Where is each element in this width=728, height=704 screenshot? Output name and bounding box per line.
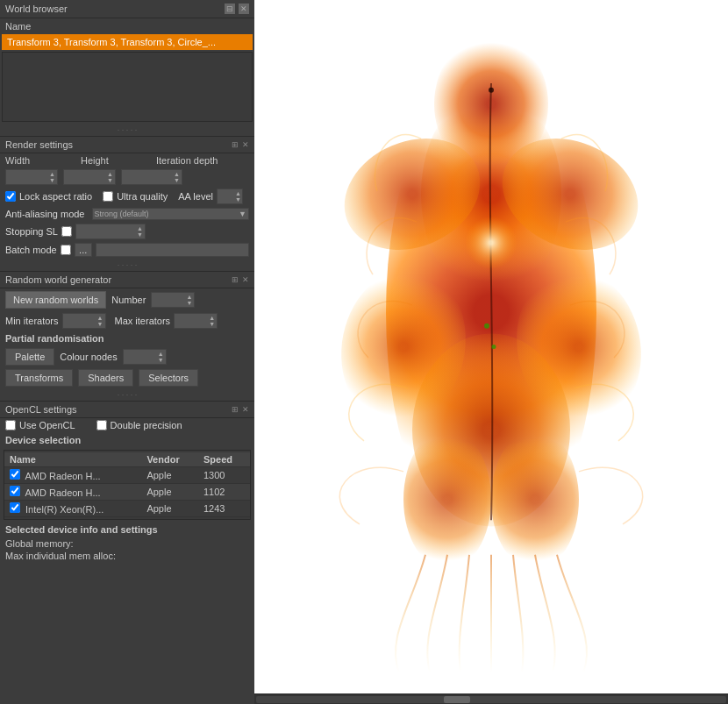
iteration-depth-field[interactable]: 10000 — [124, 172, 163, 182]
selectors-button[interactable]: Selectors — [139, 369, 198, 387]
min-iterators-input[interactable]: 2 ▲▼ — [62, 313, 106, 329]
selected-world-item[interactable]: Transform 3, Transform 3, Transform 3, C… — [2, 34, 253, 50]
rwg-titlebar: Random world generator ⊞ ✕ — [0, 272, 254, 288]
device-speed-cell: 1300 — [198, 467, 250, 484]
anti-aliasing-value: Strong (default) — [95, 210, 149, 218]
palette-colour-row: Palette Colour nodes 16 ▲▼ — [0, 346, 254, 367]
double-precision-checkbox[interactable] — [96, 420, 107, 430]
min-iterators-label: Min iterators — [5, 316, 59, 326]
batch-path-field[interactable]: . — [96, 243, 249, 257]
max-spinner[interactable]: ▲▼ — [209, 315, 215, 327]
partial-randomisation-label: Partial randomisation — [0, 331, 254, 346]
opencl-collapse-icon[interactable]: ✕ — [242, 405, 249, 414]
min-spinner[interactable]: ▲▼ — [97, 315, 103, 327]
whi-labels-row: Width Height Iteration depth — [0, 153, 254, 167]
batch-mode-row: Batch mode ... . — [0, 241, 254, 259]
batch-mode-label: Batch mode — [5, 245, 57, 255]
iteration-depth-input[interactable]: 10000 ▲▼ — [121, 169, 182, 185]
rwg-expand-icon[interactable]: ⊞ — [232, 275, 239, 284]
opencl-expand-icon[interactable]: ⊞ — [232, 405, 239, 414]
shaders-button[interactable]: Shaders — [78, 369, 133, 387]
device-vendor-cell: Apple — [141, 501, 198, 517]
max-individual-mem-label: Max individual mem alloc: — [0, 550, 254, 562]
width-input[interactable]: 1024 ▲▼ — [5, 169, 58, 185]
aa-level-label: AA level — [178, 191, 213, 202]
render-collapse-icon[interactable]: ✕ — [242, 140, 249, 149]
drag-handle-3: · · · · · — [0, 388, 254, 401]
height-input[interactable]: 1024 ▲▼ — [63, 169, 116, 185]
table-header-speed: Speed — [198, 452, 250, 467]
device-name-cell: AMD Radeon H... — [4, 467, 141, 484]
title-bar-icons: ⊟ ✕ — [225, 4, 249, 14]
lock-aspect-label: Lock aspect ratio — [19, 191, 92, 202]
device-name-cell: AMD Radeon H... — [4, 484, 141, 501]
render-settings-section: Render settings ⊞ ✕ Width Height Iterati… — [0, 136, 254, 259]
colour-nodes-input[interactable]: 16 ▲▼ — [123, 349, 167, 365]
device-table-area: Name Vendor Speed AMD Radeon H... Apple … — [4, 450, 251, 520]
colour-nodes-field[interactable]: 16 — [125, 352, 156, 362]
device-checkbox-2[interactable] — [10, 502, 20, 513]
transforms-button[interactable]: Transforms — [5, 369, 73, 387]
table-row[interactable]: Intel(R) Xeon(R)... Apple 1243 — [4, 501, 250, 517]
render-expand-icon[interactable]: ⊞ — [232, 140, 239, 149]
lock-aspect-checkbox[interactable] — [5, 191, 16, 202]
table-row[interactable]: AMD Radeon H... Apple 1300 — [4, 467, 250, 484]
colour-nodes-spinner[interactable]: ▲▼ — [158, 351, 164, 363]
stopping-sl-label: Stopping SL — [5, 226, 58, 237]
close-icon[interactable]: ✕ — [239, 4, 249, 14]
new-random-worlds-button[interactable]: New random worlds — [5, 291, 106, 309]
drag-handle: · · · · · — [0, 124, 254, 136]
stopping-sl-input[interactable]: 8,00 ▲▼ — [75, 224, 146, 239]
opencl-checkboxes-row: Use OpenCL Double precision — [0, 418, 254, 432]
render-settings-expand-icons: ⊞ ✕ — [232, 140, 249, 149]
aa-level-input[interactable]: 2 ▲▼ — [217, 188, 243, 204]
double-precision-label: Double precision — [111, 420, 182, 430]
width-field[interactable]: 1024 — [8, 172, 47, 182]
scrollbar-track — [256, 696, 726, 703]
max-iterators-input[interactable]: 8 ▲▼ — [174, 313, 218, 329]
device-speed-cell: 1243 — [198, 501, 250, 517]
title-bar: World browser ⊟ ✕ — [0, 0, 254, 18]
aa-spinner[interactable]: ▲▼ — [235, 190, 241, 203]
lock-aspect-row: Lock aspect ratio Ultra quality AA level… — [0, 187, 254, 206]
anti-aliasing-dropdown[interactable]: Strong (default) ▼ — [92, 208, 250, 220]
iter-depth-col-label: Iteration depth — [156, 155, 249, 166]
number-input[interactable]: 28 ▲▼ — [151, 292, 195, 308]
number-spinner[interactable]: ▲▼ — [186, 294, 192, 306]
min-field[interactable]: 2 — [65, 316, 96, 326]
transforms-shaders-selectors-row: Transforms Shaders Selectors — [0, 367, 254, 388]
device-speed-cell: 1102 — [198, 484, 250, 501]
height-col-label: Height — [81, 155, 153, 166]
device-checkbox-0[interactable] — [10, 469, 20, 480]
window-title: World browser — [5, 4, 68, 14]
device-checkbox-1[interactable] — [10, 486, 20, 496]
aa-field[interactable]: 2 — [219, 191, 235, 202]
batch-mode-checkbox[interactable] — [61, 245, 71, 255]
height-field[interactable]: 1024 — [66, 172, 105, 182]
stopping-sl-spinner[interactable]: ▲▼ — [137, 225, 143, 238]
horizontal-scrollbar[interactable] — [254, 693, 728, 704]
number-field[interactable]: 28 — [153, 295, 184, 305]
width-spinner[interactable]: ▲▼ — [49, 171, 55, 183]
width-col-label: Width — [5, 155, 77, 166]
dropdown-arrow-icon: ▼ — [239, 210, 246, 218]
batch-browse-button[interactable]: ... — [75, 243, 92, 257]
iter-spinner[interactable]: ▲▼ — [174, 171, 180, 183]
stopping-sl-checkbox[interactable] — [61, 226, 72, 237]
table-row[interactable]: AMD Radeon H... Apple 1102 — [4, 484, 250, 501]
palette-button[interactable]: Palette — [5, 348, 54, 366]
ultra-quality-checkbox[interactable] — [103, 191, 113, 202]
minimize-icon[interactable]: ⊟ — [225, 4, 235, 14]
scrollbar-thumb[interactable] — [444, 696, 470, 703]
opencl-section: OpenCL settings ⊞ ✕ Use OpenCL Double pr… — [0, 401, 254, 562]
use-opencl-label: Use OpenCL — [19, 420, 75, 430]
stopping-sl-field[interactable]: 8,00 — [78, 226, 118, 237]
rwg-section: Random world generator ⊞ ✕ New random wo… — [0, 271, 254, 388]
selected-device-info-title: Selected device info and settings — [0, 522, 254, 537]
device-vendor-cell: Apple — [141, 467, 198, 484]
max-field[interactable]: 8 — [176, 316, 207, 326]
rwg-collapse-icon[interactable]: ✕ — [242, 275, 249, 284]
drag-handle-2: · · · · · — [0, 259, 254, 271]
height-spinner[interactable]: ▲▼ — [107, 171, 113, 183]
use-opencl-checkbox[interactable] — [5, 420, 16, 430]
